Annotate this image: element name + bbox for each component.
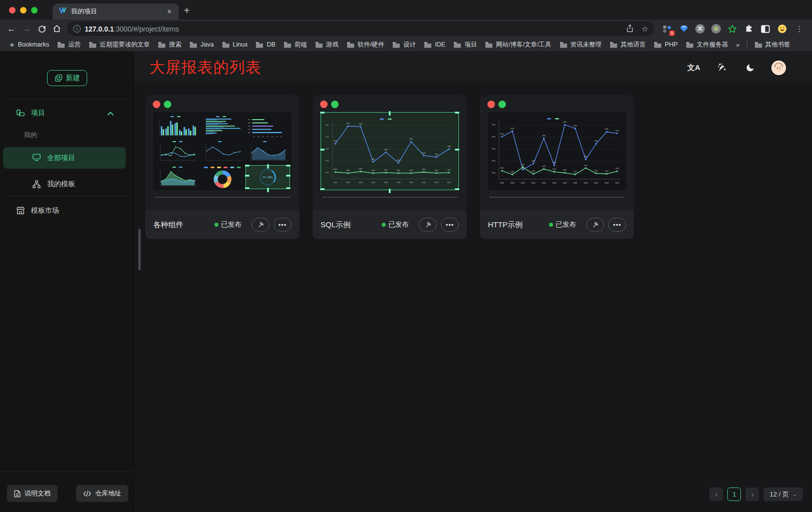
selection-handle[interactable] [286, 175, 291, 177]
bookmark-folder[interactable]: 其他语言 [607, 40, 649, 50]
bookmark-folder[interactable]: Java [186, 40, 216, 49]
more-actions-button[interactable]: ••• [274, 218, 292, 232]
project-card[interactable]: 25.00% 各种组件 已发布 [145, 95, 300, 239]
status-badge: 已发布 [214, 220, 242, 229]
maximize-window-button[interactable] [31, 7, 38, 14]
bookmarks-manager[interactable]: ★ Bookmarks [6, 40, 52, 50]
bookmark-folder[interactable]: 近期需要读的文章 [86, 40, 153, 50]
sidebar-item-template-market[interactable]: 模板市场 [16, 201, 126, 221]
bookmark-folder[interactable]: 前端 [281, 40, 310, 50]
sidebar-item-project[interactable]: 项目 [16, 103, 126, 123]
other-bookmarks-folder[interactable]: 其他书签 [751, 40, 793, 50]
selection-handle[interactable] [389, 111, 391, 116]
recorder-extension-icon[interactable] [711, 24, 721, 34]
bookmark-folder[interactable]: 搜索 [155, 40, 184, 50]
selection-handle[interactable] [455, 112, 459, 114]
selection-handle[interactable] [320, 188, 325, 190]
new-project-button[interactable]: 新建 [47, 70, 87, 86]
bookmark-folder[interactable]: 项目 [450, 40, 480, 50]
bookmark-folder[interactable]: 文件服务器 [683, 40, 731, 50]
minimize-window-button[interactable] [20, 7, 27, 14]
emoji-extension-icon[interactable] [777, 24, 787, 34]
bookmark-folder[interactable]: 网站/博客/文章/工具 [482, 40, 554, 50]
project-title: HTTP示例 [488, 220, 549, 230]
tab-manager-extension-icon[interactable]: 9 [662, 24, 672, 34]
edit-hammer-button[interactable] [586, 218, 604, 232]
chevron-up-icon[interactable] [107, 109, 114, 117]
page-size-select[interactable]: 12 / 页 ⌄ [763, 487, 803, 501]
selection-handle[interactable] [267, 164, 269, 169]
prev-page-button[interactable]: ‹ [709, 487, 723, 501]
share-icon[interactable] [626, 24, 634, 34]
tab-close-icon[interactable]: × [165, 7, 174, 16]
sidebar-item-my-templates[interactable]: 我的模板 [32, 174, 126, 194]
selection-handle[interactable] [455, 149, 459, 151]
selection-handle[interactable] [286, 187, 291, 189]
bookmark-folder[interactable]: DB [252, 40, 278, 49]
magic-wand-icon[interactable] [715, 61, 728, 74]
back-icon[interactable]: ← [4, 22, 19, 37]
bookmark-folder[interactable]: Linux [219, 40, 251, 49]
bookmark-folder[interactable]: PHP [651, 40, 681, 49]
bookmark-star-icon[interactable]: ☆ [642, 25, 648, 34]
new-tab-button[interactable]: + [179, 5, 197, 20]
selection-handle[interactable] [389, 189, 391, 193]
forward-icon[interactable]: → [19, 22, 34, 37]
card-window-dots [313, 95, 467, 108]
mini-chart-gauge[interactable]: 25.00% [246, 166, 290, 189]
home-icon[interactable] [49, 22, 64, 37]
project-thumbnail[interactable]: 25.00% [153, 112, 292, 190]
bookmark-folder[interactable]: 运营 [54, 40, 84, 50]
bookmark-folder[interactable]: IDE [421, 40, 448, 49]
dotted-divider [490, 197, 624, 198]
extensions-puzzle-icon[interactable] [744, 24, 754, 34]
bookmarks-star-icon: ★ [9, 41, 15, 49]
sidebar-item-all-projects[interactable]: 全部项目 [3, 147, 126, 169]
reload-icon[interactable] [34, 22, 49, 37]
selection-handle[interactable] [267, 188, 269, 192]
star-extension-icon[interactable] [727, 24, 737, 34]
dark-mode-moon-icon[interactable] [743, 61, 756, 74]
more-actions-button[interactable]: ••• [608, 218, 626, 232]
bookmark-folder[interactable]: 资讯未整理 [557, 40, 605, 50]
site-info-icon[interactable]: i [73, 25, 81, 33]
other-bookmarks-label: 其他书签 [765, 41, 790, 49]
edit-hammer-button[interactable] [251, 218, 269, 232]
project-thumbnail[interactable] [488, 112, 626, 190]
project-card[interactable]: SQL示例 已发布 ••• [313, 95, 467, 239]
browser-tab[interactable]: 我的项目 × [53, 4, 179, 20]
language-icon[interactable]: 文A [687, 61, 700, 74]
selection-handle[interactable] [245, 165, 249, 167]
bookmark-folder[interactable]: 软件/硬件 [344, 40, 387, 50]
chrome-menu-icon[interactable]: ⋮ [793, 25, 805, 34]
project-thumbnail[interactable] [321, 112, 459, 190]
bookmark-folder[interactable]: 游戏 [312, 40, 342, 50]
next-page-button[interactable]: › [745, 487, 759, 501]
url-text[interactable]: 127.0.0.1:3000/#/project/items [85, 25, 622, 33]
docs-button[interactable]: 说明文档 [7, 485, 58, 502]
user-avatar[interactable] [771, 61, 786, 75]
edit-hammer-button[interactable] [419, 218, 437, 232]
bookmark-folder[interactable]: 设计 [389, 40, 419, 50]
selection-handle[interactable] [320, 112, 325, 114]
repo-button[interactable]: 仓库地址 [76, 485, 128, 502]
folder-icon [347, 42, 355, 48]
selection-handle[interactable] [320, 149, 325, 151]
project-card[interactable]: HTTP示例 已发布 ••• [480, 95, 634, 239]
selection-handle[interactable] [455, 188, 459, 190]
more-actions-button[interactable]: ••• [441, 218, 459, 232]
selection-handle[interactable] [245, 175, 249, 177]
status-badge: 已发布 [382, 220, 409, 229]
scrollbar-thumb[interactable] [138, 229, 141, 270]
current-page-button[interactable]: 1 [727, 487, 741, 501]
bookmarks-label: Bookmarks [18, 41, 50, 48]
command-extension-icon[interactable]: ⌘ [695, 24, 705, 34]
close-window-button[interactable] [9, 7, 16, 14]
url-bar[interactable]: i 127.0.0.1:3000/#/project/items ☆ [67, 22, 654, 36]
code-icon [83, 490, 91, 497]
selection-handle[interactable] [245, 187, 249, 189]
bookmarks-overflow-icon[interactable]: » [733, 41, 742, 49]
selection-handle[interactable] [286, 165, 291, 167]
gem-extension-icon[interactable] [679, 24, 689, 34]
side-panel-extension-icon[interactable] [760, 24, 770, 34]
